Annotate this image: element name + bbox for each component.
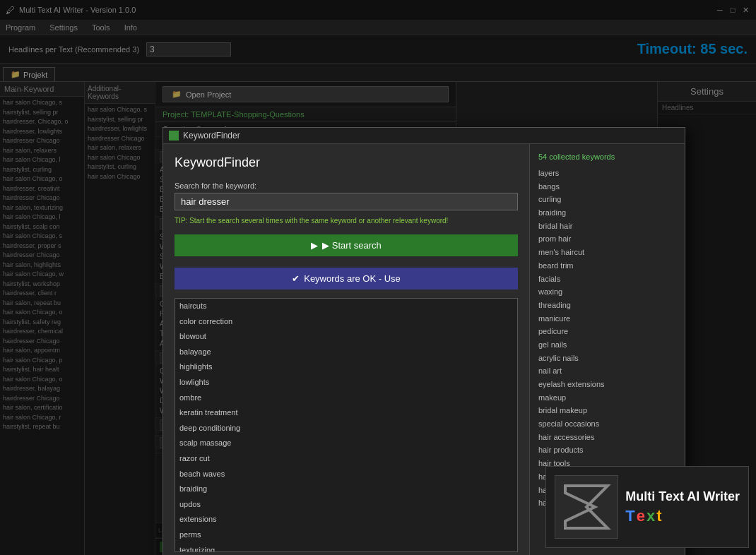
kf-keyword-item[interactable]: color correction	[175, 314, 517, 330]
kf-ok-button[interactable]: ✔ Keywords are OK - Use	[175, 268, 518, 290]
collected-keyword-item: curling	[538, 193, 676, 206]
collected-keyword-item: bridal hair	[538, 220, 676, 233]
kf-keyword-item[interactable]: keratin treatment	[175, 405, 517, 421]
play-icon: ▶	[311, 240, 318, 251]
kf-keyword-item[interactable]: updos	[175, 497, 517, 513]
kf-collected-label: 54 collected keywords	[538, 153, 676, 161]
collected-keyword-item: nail art	[538, 364, 676, 378]
collected-keyword-item: bangs	[538, 180, 676, 193]
svg-marker-0	[565, 486, 608, 528]
collected-keyword-item: threading	[538, 299, 676, 312]
collected-keyword-item: prom hair	[538, 232, 676, 246]
collected-keyword-item: bridal makeup	[538, 404, 676, 417]
kf-keyword-item[interactable]: extensions	[175, 512, 517, 527]
kf-keyword-item[interactable]: haircuts	[175, 299, 517, 314]
logo-e: e	[637, 507, 645, 525]
kf-keywords-list[interactable]: haircutscolor correctionblowoutbalayageh…	[175, 298, 518, 552]
kf-title-label: KeywordFinder	[183, 131, 240, 141]
kf-keyword-item[interactable]: beach waves	[175, 467, 517, 482]
kf-title-bar: KeywordFinder	[163, 128, 685, 144]
kf-keyword-item[interactable]: texturizing	[175, 543, 517, 553]
collected-keyword-item: men's haircut	[538, 246, 676, 259]
collected-keyword-item: facials	[538, 273, 676, 286]
kf-keyword-item[interactable]: blowout	[175, 329, 517, 345]
collected-keyword-item: beard trim	[538, 259, 676, 273]
kf-keyword-item[interactable]: deep conditioning	[175, 421, 517, 436]
kf-start-button[interactable]: ▶ ▶ Start search	[175, 234, 518, 256]
kf-tip: TIP: Start the search several times with…	[175, 216, 518, 226]
logo-colored-text: T e x t	[625, 507, 740, 525]
collected-keyword-item: hair accessories	[538, 431, 676, 444]
collected-keyword-item: layers	[538, 167, 676, 180]
logo-t: T	[625, 507, 634, 525]
collected-keyword-item: gel nails	[538, 338, 676, 352]
collected-keyword-item: pedicure	[538, 325, 676, 338]
sigma-icon	[558, 479, 615, 535]
logo-t2: t	[656, 507, 661, 525]
collected-keyword-item: acrylic nails	[538, 352, 676, 365]
logo-overlay: Multi Text AI Writer T e x t	[545, 466, 749, 548]
collected-keyword-item: makeup	[538, 391, 676, 405]
kf-keyword-item[interactable]: razor cut	[175, 451, 517, 467]
logo-main: Multi Text AI Writer	[625, 489, 740, 504]
logo-sigma-container	[555, 475, 618, 539]
kf-keyword-item[interactable]: scalp massage	[175, 436, 517, 451]
kf-keyword-item[interactable]: braiding	[175, 482, 517, 497]
kf-collected-list[interactable]: layersbangscurlingbraidingbridal hairpro…	[538, 167, 676, 506]
kf-keyword-item[interactable]: perms	[175, 527, 517, 543]
logo-x: x	[646, 507, 655, 525]
collected-keyword-item: eyelash extensions	[538, 378, 676, 391]
kf-keyword-item[interactable]: ombre	[175, 390, 517, 406]
logo-text-container: Multi Text AI Writer T e x t	[625, 489, 740, 525]
collected-keyword-item: braiding	[538, 206, 676, 220]
kf-search-label: Search for the keyword:	[175, 181, 518, 190]
kf-title-icon	[169, 131, 179, 141]
collected-keyword-item: hair products	[538, 443, 676, 457]
check-icon: ✔	[292, 273, 300, 284]
kf-left-panel: KeywordFinder Search for the keyword: TI…	[163, 144, 529, 555]
kf-keyword-item[interactable]: highlights	[175, 359, 517, 375]
kf-keyword-item[interactable]: balayage	[175, 345, 517, 360]
kf-search-input[interactable]	[175, 193, 518, 210]
kf-keyword-item[interactable]: lowlights	[175, 375, 517, 390]
collected-keyword-item: special occasions	[538, 417, 676, 431]
collected-keyword-item: waxing	[538, 285, 676, 299]
kf-main-title: KeywordFinder	[175, 155, 518, 170]
collected-keyword-item: manicure	[538, 312, 676, 326]
